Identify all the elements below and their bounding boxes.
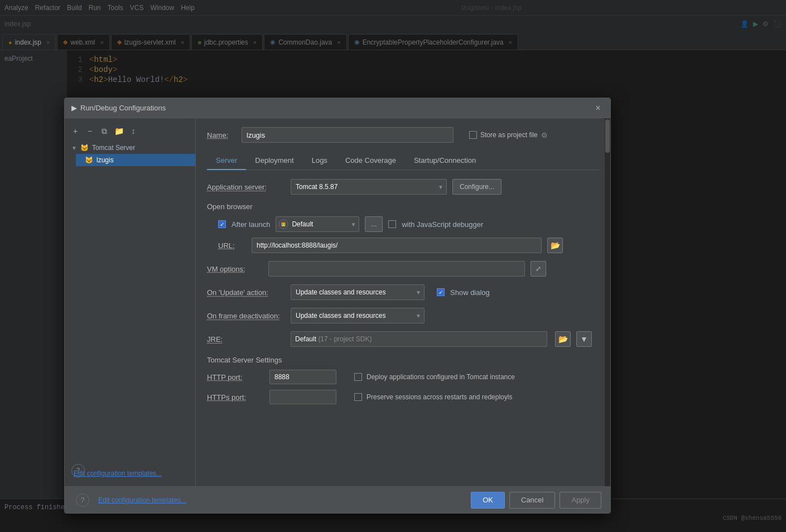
tomcat-server-group[interactable]: ▼ 🐱 Tomcat Server — [65, 142, 195, 154]
name-row: Name: Store as project file ⚙ — [207, 127, 599, 143]
store-project-checkbox[interactable] — [469, 131, 477, 139]
scrollbar-thumb — [605, 119, 610, 153]
deploy-checkbox-row: Deploy applications configured in Tomcat… — [354, 373, 515, 381]
on-update-row: On 'Update' action: Update classes and r… — [207, 284, 599, 300]
url-browse-button[interactable]: 📂 — [547, 238, 563, 253]
run-debug-icon: ▶ — [71, 104, 77, 112]
vm-options-input[interactable] — [268, 261, 525, 277]
url-label: URL: — [218, 241, 246, 250]
configure-button[interactable]: Configure... — [452, 179, 502, 195]
run-debug-dialog: ▶ Run/Debug Configurations × + − ⧉ 📁 ↕ ▼… — [64, 98, 611, 514]
http-port-row: HTTP port: Deploy applications configure… — [207, 370, 599, 384]
cancel-button[interactable]: Cancel — [509, 492, 555, 509]
on-update-select[interactable]: Update classes and resources — [291, 284, 425, 300]
config-right-panel: Name: Store as project file ⚙ Server Dep… — [196, 118, 610, 486]
url-input[interactable] — [252, 238, 542, 253]
tomcat-group-icon: 🐱 — [80, 144, 89, 152]
browser-select-wrapper: Default ▼ — [276, 216, 359, 232]
config-tree-panel: + − ⧉ 📁 ↕ ▼ 🐱 Tomcat Server 🐱 lzugis Edi… — [65, 118, 196, 486]
dialog-footer: ? Edit configuration templates... OK Can… — [65, 486, 610, 513]
jre-input[interactable] — [291, 331, 547, 347]
app-server-row: Application server: Tomcat 8.5.87 ▼ Conf… — [207, 179, 599, 195]
remove-config-button[interactable]: − — [84, 125, 96, 137]
app-server-select[interactable]: Tomcat 8.5.87 — [291, 179, 447, 195]
jre-dropdown-button[interactable]: ▼ — [576, 331, 592, 347]
after-launch-checkbox[interactable]: ✓ — [218, 220, 226, 228]
https-port-row: HTTPs port: Preserve sessions across res… — [207, 390, 599, 404]
app-server-select-wrapper: Tomcat 8.5.87 ▼ — [291, 179, 447, 195]
dialog-title-label: Run/Debug Configurations — [80, 104, 166, 112]
tab-code-coverage[interactable]: Code Coverage — [336, 152, 405, 170]
ok-button[interactable]: OK — [471, 492, 505, 509]
on-frame-select[interactable]: Update classes and resources — [291, 308, 425, 323]
dialog-help-button[interactable]: ? — [76, 494, 89, 507]
http-port-input[interactable] — [269, 370, 336, 384]
https-port-label: HTTPs port: — [207, 393, 263, 402]
preserve-checkbox[interactable] — [354, 393, 362, 401]
lzugis-config-icon: 🐱 — [85, 156, 93, 164]
preserve-label: Preserve sessions across restarts and re… — [367, 393, 512, 401]
preserve-checkbox-row: Preserve sessions across restarts and re… — [354, 393, 512, 401]
jre-browse-button[interactable]: 📂 — [555, 331, 571, 347]
browse-dots-button[interactable]: ... — [365, 216, 383, 232]
help-btn-area: ? — [69, 460, 87, 482]
browser-select[interactable]: Default — [276, 216, 359, 232]
http-port-label: HTTP port: — [207, 373, 263, 381]
vm-expand-button[interactable]: ⤢ — [531, 261, 546, 277]
js-debugger-label: with JavaScript debugger — [402, 220, 483, 229]
edit-config-link[interactable]: Edit configuration templates... — [94, 494, 191, 506]
dialog-title-text: ▶ Run/Debug Configurations — [71, 104, 166, 112]
tomcat-group-label: Tomcat Server — [92, 144, 135, 152]
name-label: Name: — [207, 131, 235, 139]
jre-input-wrapper: Default (17 - project SDK) — [291, 331, 547, 347]
js-debugger-checkbox[interactable] — [388, 220, 396, 228]
tree-toolbar: + − ⧉ 📁 ↕ — [65, 123, 195, 142]
open-browser-section: Open browser ✓ After launch Default — [207, 202, 599, 232]
help-button[interactable]: ? — [71, 464, 85, 477]
sort-config-button[interactable]: ↕ — [127, 125, 139, 137]
edit-config-area: Edit configuration templates... — [65, 465, 479, 482]
deploy-checkbox[interactable] — [354, 373, 362, 381]
dialog-body: + − ⧉ 📁 ↕ ▼ 🐱 Tomcat Server 🐱 lzugis Edi… — [65, 118, 610, 486]
tab-server[interactable]: Server — [207, 152, 246, 170]
footer-left: ? Edit configuration templates... — [74, 494, 466, 507]
dialog-close-button[interactable]: × — [592, 103, 604, 114]
on-frame-select-wrapper: Update classes and resources ▼ — [291, 308, 425, 323]
app-server-label: Application server: — [207, 183, 285, 191]
copy-config-button[interactable]: ⧉ — [98, 125, 110, 137]
after-launch-label: After launch — [232, 220, 270, 229]
store-project-label: Store as project file — [480, 131, 538, 139]
chevron-down-icon: ▼ — [71, 145, 77, 151]
apply-button[interactable]: Apply — [560, 492, 601, 509]
on-update-label: On 'Update' action: — [207, 288, 285, 297]
vm-options-row: VM options: ⤢ — [207, 261, 599, 277]
tomcat-settings-section: Tomcat Server Settings HTTP port: Deploy… — [207, 356, 599, 404]
deploy-label: Deploy applications configured in Tomcat… — [367, 373, 515, 381]
tab-startup-connection[interactable]: Startup/Connection — [405, 152, 485, 170]
after-launch-row: ✓ After launch Default — [218, 216, 599, 232]
store-project-settings-icon[interactable]: ⚙ — [541, 131, 548, 139]
jre-label: JRE: — [207, 335, 285, 344]
dialog-title-bar: ▶ Run/Debug Configurations × — [65, 98, 610, 118]
vm-options-label: VM options: — [207, 265, 263, 273]
config-tabs: Server Deployment Logs Code Coverage Sta… — [207, 152, 599, 170]
on-update-select-wrapper: Update classes and resources ▼ — [291, 284, 425, 300]
dialog-scrollbar[interactable] — [605, 118, 610, 486]
lzugis-config-label: lzugis — [97, 156, 114, 164]
on-frame-label: On frame deactivation: — [207, 312, 285, 320]
tab-deployment[interactable]: Deployment — [246, 152, 302, 170]
name-input[interactable] — [242, 127, 454, 143]
add-config-button[interactable]: + — [69, 125, 81, 137]
tomcat-children: 🐱 lzugis — [65, 154, 195, 166]
folder-config-button[interactable]: 📁 — [113, 125, 125, 137]
url-row: URL: 📂 — [218, 238, 599, 253]
jre-row: JRE: Default (17 - project SDK) 📂 ▼ — [207, 331, 599, 347]
tab-logs[interactable]: Logs — [303, 152, 336, 170]
tomcat-settings-label: Tomcat Server Settings — [207, 356, 599, 364]
lzugis-config-item[interactable]: 🐱 lzugis — [76, 154, 195, 166]
on-frame-row: On frame deactivation: Update classes an… — [207, 308, 599, 323]
open-browser-label: Open browser — [207, 202, 599, 211]
https-port-input[interactable] — [269, 390, 336, 404]
store-project-row: Store as project file ⚙ — [469, 131, 548, 139]
show-dialog-checkbox[interactable]: ✓ — [437, 288, 445, 296]
